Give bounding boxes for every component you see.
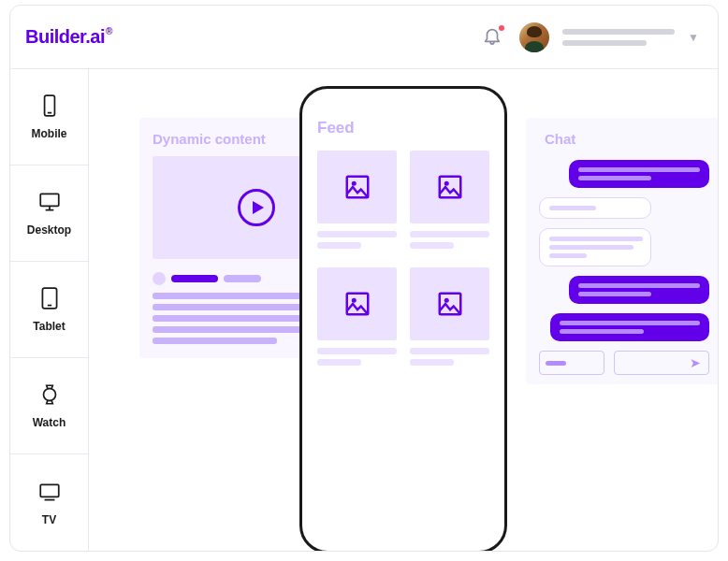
header: Builder.ai® ▼: [10, 6, 718, 69]
feed-caption-placeholder: [317, 231, 397, 249]
body: Mobile Desktop Tablet Watch TV: [10, 69, 718, 551]
watch-icon: [37, 382, 62, 407]
preview-canvas: Dynamic content C: [89, 69, 718, 551]
sidebar-item-mobile[interactable]: Mobile: [10, 69, 89, 165]
feed-caption-placeholder: [410, 231, 489, 249]
svg-point-15: [351, 298, 356, 303]
post-tag-placeholder: [224, 275, 261, 282]
svg-point-7: [43, 389, 55, 401]
chat-send-button[interactable]: ➤: [614, 351, 709, 375]
author-name-placeholder: [171, 275, 218, 282]
feed-item[interactable]: [410, 151, 489, 258]
sidebar-item-label: Mobile: [32, 127, 67, 140]
feed-item[interactable]: [317, 267, 397, 375]
send-icon: ➤: [690, 355, 701, 370]
chat-bubble-sent: [539, 228, 651, 266]
sidebar-item-tablet[interactable]: Tablet: [10, 262, 89, 358]
device-sidebar: Mobile Desktop Tablet Watch TV: [10, 69, 89, 551]
avatar[interactable]: [519, 22, 549, 52]
image-icon: [436, 173, 464, 201]
brand-name: Builder.ai: [25, 26, 105, 48]
header-actions: ▼: [482, 22, 699, 52]
feed-item[interactable]: [410, 267, 489, 375]
chat-bubble-sent: [539, 197, 651, 219]
image-icon: [436, 290, 464, 318]
feed-caption-placeholder: [410, 348, 489, 366]
feed-item[interactable]: [317, 151, 397, 258]
feed-image-placeholder: [317, 151, 397, 223]
notification-badge: [497, 23, 506, 33]
chat-card: Chat ➤: [526, 118, 718, 384]
card-title: Chat: [545, 131, 709, 147]
user-menu-caret[interactable]: ▼: [688, 31, 699, 44]
chat-input[interactable]: [539, 351, 604, 375]
svg-point-17: [444, 298, 448, 303]
phone-preview: Feed: [299, 86, 507, 551]
svg-rect-2: [40, 194, 59, 206]
chat-bubble-received: [569, 276, 709, 304]
brand-logo[interactable]: Builder.ai®: [25, 26, 112, 48]
feed-grid: [317, 151, 489, 375]
app-window: Builder.ai® ▼ Mobile Desktop: [9, 5, 719, 552]
feed-image-placeholder: [317, 267, 397, 340]
chat-bubble-received: [569, 160, 709, 188]
tablet-icon: [37, 286, 62, 310]
sidebar-item-label: Watch: [33, 416, 66, 429]
image-icon: [343, 173, 371, 201]
sidebar-item-label: TV: [42, 513, 56, 526]
feed-image-placeholder: [410, 267, 489, 340]
image-icon: [343, 290, 371, 318]
feed-caption-placeholder: [317, 348, 397, 366]
user-name-placeholder: [562, 29, 675, 46]
feed-image-placeholder: [410, 151, 489, 223]
chat-bubble-received: [550, 313, 709, 341]
sidebar-item-watch[interactable]: Watch: [10, 358, 89, 454]
svg-point-13: [444, 181, 448, 186]
sidebar-item-label: Desktop: [27, 223, 71, 237]
svg-rect-8: [40, 484, 59, 496]
author-avatar-placeholder: [153, 272, 166, 285]
sidebar-item-tv[interactable]: TV: [10, 454, 89, 551]
screen-title: Feed: [317, 119, 489, 137]
play-icon: [238, 189, 275, 226]
brand-mark: ®: [106, 26, 112, 36]
svg-point-11: [351, 181, 356, 186]
sidebar-item-label: Tablet: [33, 320, 65, 333]
notifications-button[interactable]: [482, 25, 506, 50]
chat-input-row: ➤: [539, 351, 709, 375]
desktop-icon: [37, 190, 62, 214]
sidebar-item-desktop[interactable]: Desktop: [10, 165, 89, 262]
tv-icon: [37, 480, 62, 504]
mobile-icon: [37, 94, 62, 118]
